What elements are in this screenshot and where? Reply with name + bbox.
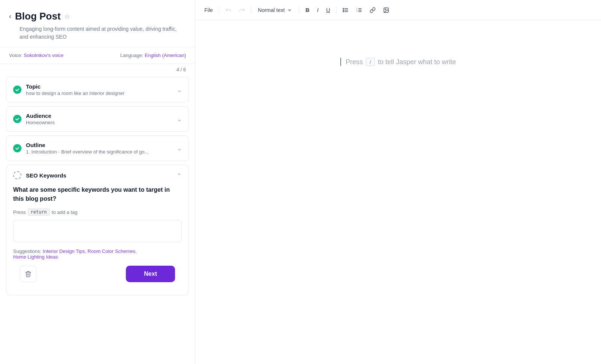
cursor-line <box>340 58 341 66</box>
topic-chevron-icon: ⌄ <box>177 86 182 93</box>
right-panel: File Normal text B I U 1.2.3. <box>195 0 601 364</box>
seo-incomplete-icon <box>13 171 21 179</box>
bold-button[interactable]: B <box>302 5 313 15</box>
slash-key-badge: / <box>366 58 375 66</box>
audience-accordion: Audience Homeowners ⌄ <box>6 106 189 132</box>
topic-accordion-header[interactable]: Topic how to design a room like an inter… <box>6 77 189 102</box>
ordered-list-button[interactable]: 1.2.3. <box>353 5 365 15</box>
voice-language-row: Voice: Sokolnikov's voice Language: Engl… <box>0 47 195 64</box>
text-style-dropdown[interactable]: Normal text <box>254 5 296 15</box>
audience-accordion-header[interactable]: Audience Homeowners ⌄ <box>6 107 189 131</box>
toolbar-divider-2 <box>251 6 251 14</box>
next-button[interactable]: Next <box>126 266 175 282</box>
language-label: Language: <box>120 53 143 58</box>
undo-button[interactable] <box>222 5 234 15</box>
toolbar-divider-1 <box>219 6 219 14</box>
placeholder-suffix: to tell Jasper what to write <box>378 58 456 66</box>
page-title: Blog Post <box>15 11 60 22</box>
left-panel: ‹ Blog Post ☆ Engaging long-form content… <box>0 0 195 364</box>
suggestion-interior-design-tips[interactable]: Interior Design Tips <box>43 248 85 254</box>
language-section: Language: English (American) <box>120 53 186 58</box>
topic-subtitle: how to design a room like an interior de… <box>26 90 177 96</box>
outline-subtitle: 1. Introduction - Brief overview of the … <box>26 149 177 155</box>
language-link[interactable]: English (American) <box>145 53 186 58</box>
seo-keywords-accordion: SEO Keywords ⌄ What are some specific ke… <box>6 165 189 295</box>
seo-title: SEO Keywords <box>26 172 177 179</box>
tag-hint: Press return to add a tag <box>13 209 182 215</box>
outline-chevron-icon: ⌄ <box>177 145 182 152</box>
bullet-list-button[interactable] <box>340 5 352 15</box>
keyword-input[interactable] <box>13 220 182 242</box>
file-menu[interactable]: File <box>204 7 213 13</box>
tag-hint-prefix: Press <box>13 209 26 215</box>
voice-section: Voice: Sokolnikov's voice <box>9 53 63 58</box>
text-style-label: Normal text <box>258 7 285 13</box>
suggestions-prefix: Suggestions: <box>13 248 41 254</box>
page-description: Engaging long-form content aimed at prov… <box>9 25 186 41</box>
accordion-section: Topic how to design a room like an inter… <box>0 74 195 302</box>
back-button[interactable]: ‹ <box>9 12 11 20</box>
svg-text:3.: 3. <box>356 11 358 12</box>
topic-title: Topic <box>26 83 177 90</box>
outline-title: Outline <box>26 142 177 148</box>
underline-icon: U <box>326 7 330 13</box>
progress-row: 4 / 6 <box>0 64 195 74</box>
svg-point-5 <box>343 11 344 12</box>
voice-label: Voice: <box>9 53 22 58</box>
audience-label-group: Audience Homeowners <box>26 113 177 125</box>
return-key-badge: return <box>28 209 49 215</box>
editor-content[interactable]: Press / to tell Jasper what to write <box>195 20 601 364</box>
trash-button[interactable] <box>20 266 36 282</box>
topic-check-icon <box>13 86 21 94</box>
voice-link[interactable]: Sokolnikov's voice <box>24 53 63 58</box>
seo-label-group: SEO Keywords <box>26 172 177 179</box>
bottom-actions: Next <box>13 260 182 288</box>
audience-check-icon <box>13 115 21 123</box>
link-button[interactable] <box>367 5 379 15</box>
audience-chevron-icon: ⌄ <box>177 116 182 123</box>
italic-icon: I <box>317 7 319 13</box>
seo-accordion-header[interactable]: SEO Keywords ⌄ <box>6 165 189 185</box>
toolbar-divider-3 <box>299 6 299 14</box>
outline-check-icon <box>13 144 21 152</box>
outline-accordion: Outline 1. Introduction - Brief overview… <box>6 135 189 161</box>
placeholder-prefix: Press <box>346 58 363 66</box>
bold-icon: B <box>305 7 310 13</box>
tag-hint-suffix: to add a tag <box>52 209 78 215</box>
toolbar-divider-4 <box>336 6 337 14</box>
italic-button[interactable]: I <box>314 5 322 15</box>
seo-expanded-content: What are some specific keywords you want… <box>6 185 189 295</box>
star-icon[interactable]: ☆ <box>64 12 70 21</box>
progress-indicator: 4 / 6 <box>177 67 186 72</box>
editor-toolbar: File Normal text B I U 1.2.3. <box>195 0 601 20</box>
suggestion-room-color-schemes[interactable]: Room Color Schemes <box>88 248 135 254</box>
panel-header: ‹ Blog Post ☆ Engaging long-form content… <box>0 0 195 47</box>
redo-button[interactable] <box>236 5 248 15</box>
suggestion-home-lighting-ideas[interactable]: Home Lighting Ideas <box>13 254 58 260</box>
seo-chevron-icon: ⌄ <box>177 172 182 179</box>
topic-label-group: Topic how to design a room like an inter… <box>26 83 177 96</box>
outline-accordion-header[interactable]: Outline 1. Introduction - Brief overview… <box>6 136 189 161</box>
audience-subtitle: Homeowners <box>26 120 177 125</box>
svg-point-3 <box>343 8 344 9</box>
audience-title: Audience <box>26 113 177 119</box>
suggestions-row: Suggestions: Interior Design Tips, Room … <box>13 248 182 260</box>
seo-question: What are some specific keywords you want… <box>13 185 182 203</box>
topic-accordion: Topic how to design a room like an inter… <box>6 77 189 102</box>
underline-button[interactable]: U <box>323 5 333 15</box>
editor-placeholder: Press / to tell Jasper what to write <box>340 58 456 66</box>
image-button[interactable] <box>380 5 392 15</box>
svg-point-13 <box>385 9 386 9</box>
svg-point-4 <box>343 10 344 11</box>
outline-label-group: Outline 1. Introduction - Brief overview… <box>26 142 177 155</box>
